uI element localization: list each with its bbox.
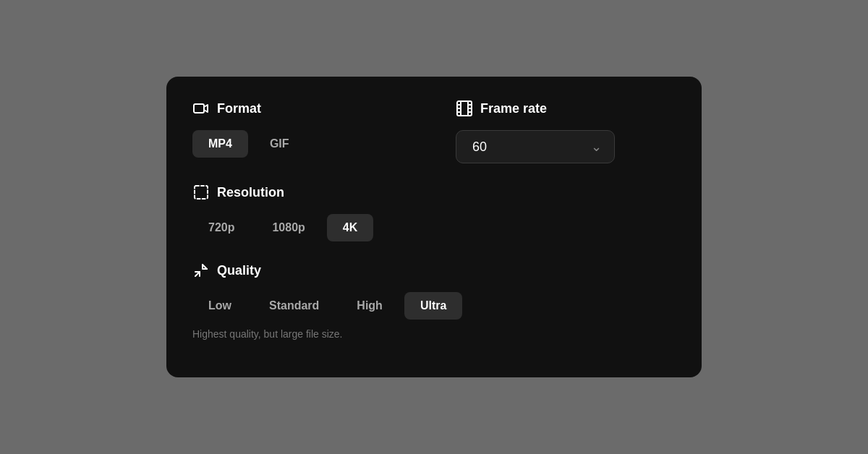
format-mp4-button[interactable]: MP4 bbox=[192, 130, 248, 158]
quality-standard-button[interactable]: Standard bbox=[253, 292, 335, 320]
quality-section: Quality Low Standard High Ultra Highest … bbox=[192, 262, 676, 340]
format-label: Format bbox=[217, 101, 261, 116]
film-icon bbox=[456, 100, 473, 117]
framerate-select[interactable]: 24 30 60 120 bbox=[456, 130, 615, 163]
dashed-square-icon bbox=[192, 184, 210, 201]
quality-button-group: Low Standard High Ultra bbox=[192, 292, 676, 320]
quality-low-button[interactable]: Low bbox=[192, 292, 247, 320]
resolution-720p-button[interactable]: 720p bbox=[192, 214, 250, 241]
quality-hint: Highest quality, but large file size. bbox=[192, 328, 676, 340]
resolution-4k-button[interactable]: 4K bbox=[327, 214, 373, 241]
svg-rect-10 bbox=[195, 186, 208, 199]
resolution-button-group: 720p 1080p 4K bbox=[192, 214, 676, 241]
resolution-1080p-button[interactable]: 1080p bbox=[256, 214, 320, 241]
format-gif-button[interactable]: GIF bbox=[254, 130, 305, 158]
format-header: Format bbox=[192, 100, 412, 117]
framerate-select-wrapper: 24 30 60 120 ⌄ bbox=[456, 130, 615, 163]
settings-panel: Format MP4 GIF bbox=[166, 77, 702, 377]
resolution-label: Resolution bbox=[217, 185, 284, 200]
quality-ultra-button[interactable]: Ultra bbox=[404, 292, 462, 320]
video-camera-icon bbox=[192, 100, 210, 117]
quality-header: Quality bbox=[192, 262, 676, 279]
quality-high-button[interactable]: High bbox=[341, 292, 399, 320]
resolution-header: Resolution bbox=[192, 184, 676, 201]
framerate-section: Frame rate 24 30 60 120 ⌄ bbox=[456, 100, 676, 163]
quality-label: Quality bbox=[217, 263, 261, 278]
framerate-label: Frame rate bbox=[480, 101, 547, 116]
resolution-section: Resolution 720p 1080p 4K bbox=[192, 184, 676, 241]
format-section: Format MP4 GIF bbox=[192, 100, 412, 163]
svg-rect-0 bbox=[194, 104, 204, 113]
compress-icon bbox=[192, 262, 210, 279]
framerate-header: Frame rate bbox=[456, 100, 676, 117]
format-button-group: MP4 GIF bbox=[192, 130, 412, 158]
